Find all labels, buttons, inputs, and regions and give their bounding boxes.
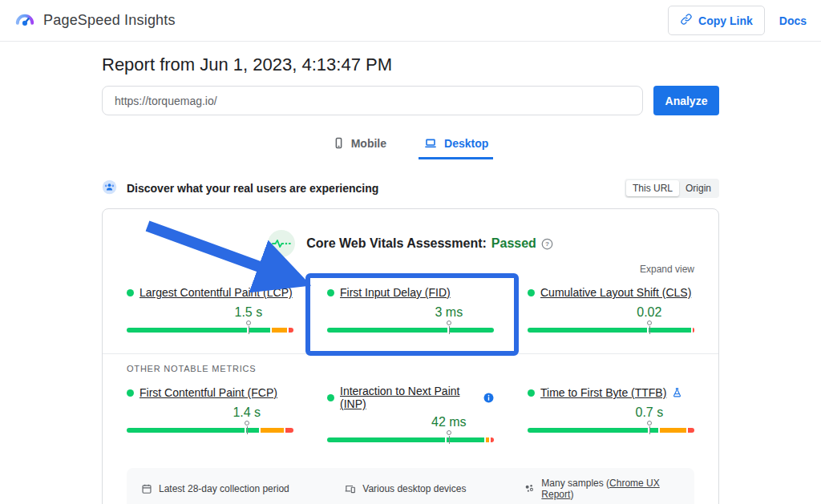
bar-segment-red (693, 328, 694, 333)
footnote-text: Various desktop devices (362, 483, 466, 494)
metric-value: 1.5 s (234, 305, 262, 320)
metric-block: First Input Delay (FID) 3 ms (327, 284, 494, 341)
metric-block: First Contentful Paint (FCP) 1.4 s (127, 385, 293, 450)
device-tabs: Mobile Desktop (102, 131, 719, 159)
scope-this-url[interactable]: This URL (626, 180, 679, 196)
assessment-text: Core Web Vitals Assessment: Passed ? (306, 236, 553, 251)
discover-heading: Discover what your real users are experi… (127, 182, 378, 195)
metric-status-dot (127, 389, 134, 397)
bar-segment-green (127, 328, 247, 333)
analyze-button[interactable]: Analyze (653, 86, 719, 115)
collection-footnotes: Latest 28-day collection period Full vis… (127, 468, 694, 504)
core-metrics-row: Largest Contentful Paint (LCP) 1.5 s (127, 284, 694, 341)
header-actions: Copy Link Docs (668, 6, 807, 35)
metric-value: 1.4 s (233, 405, 261, 420)
metric-head: Largest Contentful Paint (LCP) (127, 284, 293, 300)
pagespeed-logo-icon (14, 9, 35, 33)
calendar-icon (141, 483, 152, 494)
bar-segment-green (327, 437, 445, 442)
metric-head: First Input Delay (FID) (327, 284, 494, 300)
metric-label[interactable]: Cumulative Layout Shift (CLS) (540, 286, 691, 299)
scope-origin[interactable]: Origin (679, 180, 718, 196)
bar-segment-green (528, 428, 648, 433)
metric-block: Interaction to Next Paint (INP) 42 ms (327, 385, 494, 450)
devices-icon (344, 483, 356, 494)
bar-segment-red (688, 428, 694, 433)
metric-status-dot (127, 289, 134, 296)
copy-link-label: Copy Link (698, 14, 753, 27)
mobile-phone-icon (333, 136, 345, 150)
metric-head: Interaction to Next Paint (INP) (327, 385, 494, 410)
bar-segment-green (127, 428, 245, 433)
bar-segment-green (528, 328, 647, 333)
metric-block: Time to First Byte (TTFB) 0.7 s (528, 385, 694, 450)
metric-label[interactable]: First Input Delay (FID) (340, 286, 451, 299)
metric-block: Cumulative Layout Shift (CLS) 0.02 (528, 284, 694, 341)
metric-status-dot (528, 289, 535, 296)
metric-head: First Contentful Paint (FCP) (127, 385, 293, 401)
footnote-text: Many samples (Chrome UX Report) (541, 478, 680, 500)
metric-value: 42 ms (431, 415, 467, 429)
core-web-vitals-card: Core Web Vitals Assessment: Passed ? Exp… (102, 208, 719, 504)
url-input[interactable] (102, 86, 643, 115)
brand[interactable]: PageSpeed Insights (14, 9, 176, 33)
assessment-status: Passed (491, 236, 536, 251)
metric-label[interactable]: Time to First Byte (TTFB) (540, 386, 666, 399)
bar-segment-orange (261, 428, 284, 433)
metric-p75-marker (647, 321, 652, 325)
metric-block: Largest Contentful Paint (LCP) 1.5 s (127, 284, 293, 341)
metric-distribution-bar (327, 437, 494, 442)
docs-link[interactable]: Docs (779, 14, 807, 27)
bar-segment-red (289, 328, 293, 333)
assessment-label: Core Web Vitals Assessment: (306, 236, 487, 251)
metric-p75-marker (647, 421, 652, 425)
app-header: PageSpeed Insights Copy Link Docs (0, 0, 821, 42)
main-content: Report from Jun 1, 2023, 4:13:47 PM Anal… (102, 54, 719, 504)
metric-value: 0.7 s (635, 405, 663, 420)
bar-segment-orange (486, 437, 489, 442)
app-title: PageSpeed Insights (43, 12, 176, 29)
svg-text:?: ? (545, 240, 549, 248)
metric-distribution-bar (127, 328, 293, 333)
bar-segment-orange (272, 328, 287, 333)
scope-toggle: This URL Origin (625, 179, 719, 198)
info-icon[interactable] (483, 393, 494, 403)
url-row: Analyze (102, 86, 719, 115)
tab-mobile[interactable]: Mobile (328, 131, 391, 159)
bar-segment-green (246, 428, 259, 433)
metric-visual: 0.02 (528, 304, 694, 341)
bar-segment-green (449, 328, 494, 333)
bar-segment-green (249, 328, 270, 333)
metric-label[interactable]: Largest Contentful Paint (LCP) (140, 286, 293, 299)
bar-segment-green (327, 328, 447, 333)
real-users-icon (102, 179, 117, 198)
report-title: Report from Jun 1, 2023, 4:13:47 PM (102, 54, 719, 75)
metric-distribution-bar (528, 328, 694, 333)
tab-desktop[interactable]: Desktop (419, 131, 493, 159)
pulse-icon (268, 230, 295, 257)
metric-distribution-bar (528, 428, 694, 433)
other-metrics-divider (103, 353, 718, 354)
discover-heading-group: Discover what your real users are experi… (102, 179, 378, 198)
metric-visual: 3 ms (327, 304, 494, 341)
experimental-flask-icon[interactable] (672, 387, 682, 398)
help-icon[interactable]: ? (541, 238, 553, 250)
metric-label[interactable]: Interaction to Next Paint (INP) (340, 385, 478, 410)
bar-segment-red (491, 437, 494, 442)
footnote-item: Latest 28-day collection period (141, 478, 336, 500)
metric-value: 0.02 (637, 305, 661, 320)
tab-mobile-label: Mobile (351, 137, 386, 150)
bar-segment-green (649, 328, 691, 333)
metric-visual: 1.4 s (127, 404, 293, 441)
footnote-text: Latest 28-day collection period (159, 483, 289, 494)
metric-head: Time to First Byte (TTFB) (528, 385, 694, 401)
footnote-item: Many samples (Chrome UX Report) (524, 478, 680, 500)
metric-distribution-bar (327, 328, 494, 333)
bar-segment-red (285, 428, 293, 433)
other-metrics-heading: OTHER NOTABLE METRICS (127, 364, 694, 373)
field-data-header: Discover what your real users are experi… (102, 179, 719, 198)
metric-visual: 1.5 s (127, 304, 293, 341)
copy-link-button[interactable]: Copy Link (668, 6, 765, 35)
metric-label[interactable]: First Contentful Paint (FCP) (140, 386, 277, 399)
expand-view-link[interactable]: Expand view (127, 264, 694, 275)
